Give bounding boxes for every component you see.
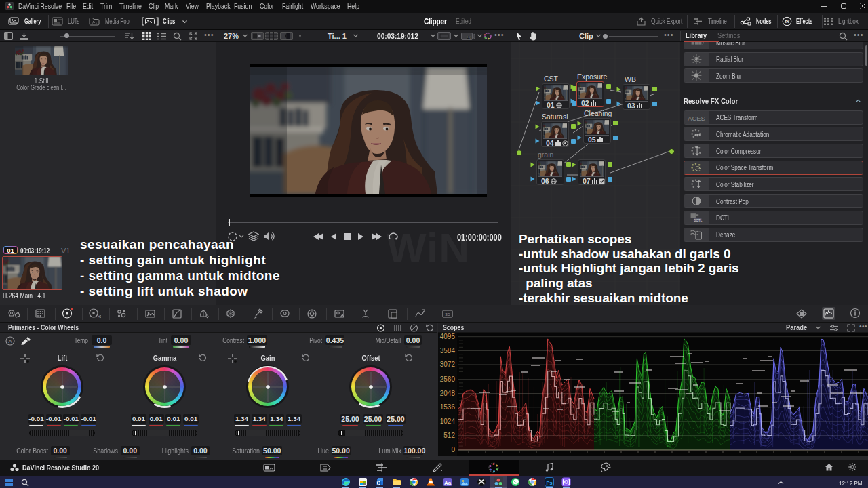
svg-text:3072: 3072 [440,361,456,368]
svg-text:DCTL: DCTL [694,219,703,222]
svg-text:2048: 2048 [440,390,456,397]
svg-text:01: 01 [7,247,14,254]
svg-text:4095: 4095 [440,333,456,340]
svg-text:3D: 3D [445,312,450,317]
svg-text:0: 0 [451,446,455,453]
svg-text:3584: 3584 [440,347,456,354]
svg-text:1024: 1024 [440,418,456,425]
svg-text:1536: 1536 [440,403,456,411]
svg-text:ACES: ACES [688,114,705,121]
svg-text:Aa: Aa [444,480,452,486]
svg-text:A: A [8,338,12,344]
svg-text:2560: 2560 [440,375,456,383]
svg-text:512: 512 [443,432,455,439]
svg-text:fx: fx [785,18,789,24]
svg-text:HQ: HQ [467,36,471,39]
svg-text:Ps: Ps [546,480,552,486]
svg-text:HDR: HDR [98,314,101,319]
